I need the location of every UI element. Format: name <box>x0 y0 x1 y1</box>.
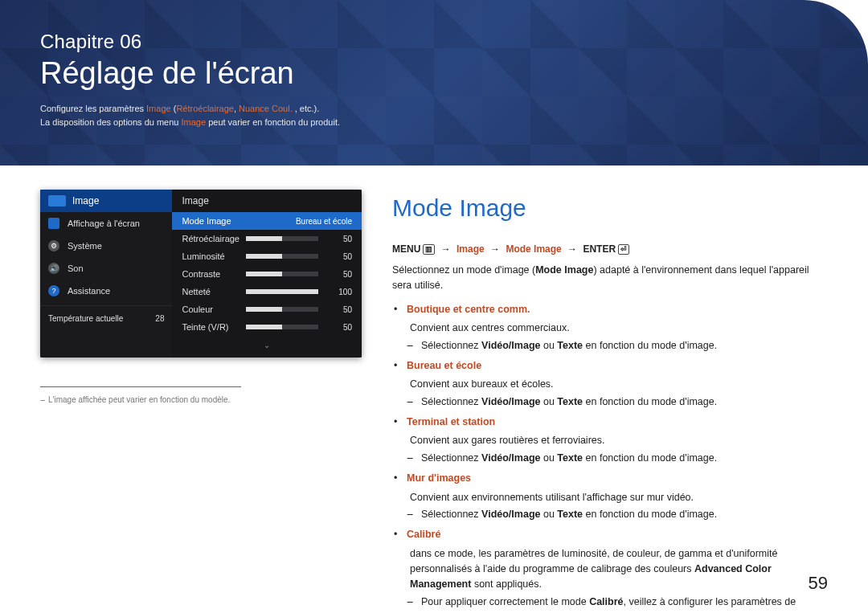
osd-temp-label: Température actuelle <box>48 314 123 323</box>
mode-name: Mur d'images <box>407 472 471 484</box>
osd-side-header: Image <box>40 190 172 212</box>
chapter-title: Réglage de l'écran <box>40 56 828 91</box>
mode-item: Mur d'imagesConvient aux environnements … <box>403 471 828 522</box>
osd-temp-value: 28 <box>155 314 164 323</box>
page-number: 59 <box>809 573 828 594</box>
mode-item: Bureau et écoleConvient aux bureaux et é… <box>403 358 828 410</box>
osd-panel-row: Couleur50 <box>172 300 362 318</box>
osd-panel-row: Rétroéclairage50 <box>172 230 362 247</box>
osd-panel-row: Luminosité50 <box>172 247 362 265</box>
osd-slider-track <box>246 272 318 276</box>
osd-row-label: Luminosité <box>182 251 240 261</box>
osd-row-value: Bureau et école <box>296 217 352 226</box>
square-icon <box>48 218 59 229</box>
osd-row-label: Contraste <box>182 269 240 279</box>
osd-side-item-label: Affichage à l'écran <box>68 219 140 228</box>
chapter-header-band: Chapitre 06 Réglage de l'écran Configure… <box>0 0 868 166</box>
footnote: ‒L'image affichée peut varier en fonctio… <box>40 395 362 404</box>
osd-side-header-label: Image <box>72 195 99 206</box>
osd-row-value: 50 <box>325 235 352 243</box>
osd-side-item-label: Système <box>68 241 102 251</box>
osd-panel-row: Mode ImageBureau et école <box>172 212 362 230</box>
enter-icon: ⏎ <box>618 244 629 255</box>
section-description: Sélectionnez un mode d'image (Mode Image… <box>392 263 828 294</box>
osd-slider-fill <box>246 254 282 259</box>
intro-red: Image <box>146 104 171 113</box>
osd-side-item: ⚙Système <box>40 235 172 257</box>
mode-sublist: Sélectionnez Vidéo/Image ou Texte en fon… <box>407 338 828 353</box>
osd-row-label: Rétroéclairage <box>182 234 240 243</box>
osd-panel-row: Netteté100 <box>172 283 362 300</box>
mode-sublist: Sélectionnez Vidéo/Image ou Texte en fon… <box>407 394 828 410</box>
mode-sublist: Pour appliquer correctement le mode Cali… <box>407 595 828 613</box>
osd-side-item: ?Assistance <box>40 280 172 302</box>
système-icon: ⚙ <box>48 240 59 251</box>
mode-name: Terminal et station <box>407 416 495 427</box>
image-icon <box>48 195 66 206</box>
mode-name: Boutique et centre comm. <box>407 304 530 315</box>
modes-list: Boutique et centre comm.Convient aux cen… <box>392 302 828 613</box>
osd-side-item: Affichage à l'écran <box>40 212 172 235</box>
mode-sublist: Sélectionnez Vidéo/Image ou Texte en fon… <box>407 507 828 522</box>
mode-item: Boutique et centre comm.Convient aux cen… <box>403 302 828 353</box>
osd-row-value: 100 <box>325 288 352 296</box>
chapter-intro: Configurez les paramètres Image (Rétroéc… <box>40 102 828 129</box>
osd-row-label: Netteté <box>182 287 240 296</box>
intro-text: Configurez les paramètres <box>40 104 146 113</box>
osd-slider-fill <box>246 307 282 312</box>
osd-row-value: 50 <box>325 305 352 314</box>
osd-slider-fill <box>246 325 282 329</box>
mode-item: Terminal et stationConvient aux gares ro… <box>403 415 828 466</box>
osd-slider-track <box>246 307 318 312</box>
footnote-rule <box>40 386 241 387</box>
son-icon: 🔊 <box>48 263 59 274</box>
osd-row-value: 50 <box>325 252 352 261</box>
mode-sub-item: Sélectionnez Vidéo/Image ou Texte en fon… <box>418 451 828 466</box>
osd-slider-track <box>246 254 318 259</box>
section-title: Mode Image <box>392 190 828 227</box>
mode-sub-item: Pour appliquer correctement le mode Cali… <box>418 595 828 613</box>
osd-temperature: Température actuelle 28 <box>40 305 172 333</box>
osd-more-indicator: ⌄ <box>172 336 362 358</box>
osd-slider-fill <box>246 236 282 241</box>
mode-name: Bureau et école <box>407 360 481 371</box>
osd-menu-screenshot: Image Affichage à l'écran⚙Système🔊Son?As… <box>40 190 362 358</box>
osd-row-value: 50 <box>325 323 352 332</box>
mode-name: Calibré <box>407 529 440 540</box>
osd-slider-track <box>246 325 318 329</box>
osd-slider-track <box>246 289 318 294</box>
osd-panel-header: Image <box>172 190 362 212</box>
osd-side-item-label: Assistance <box>68 286 110 296</box>
mode-item: Calibrédans ce mode, les paramètres de l… <box>403 527 828 613</box>
mode-sub-item: Sélectionnez Vidéo/Image ou Texte en fon… <box>418 394 828 410</box>
osd-slider-fill <box>246 289 318 294</box>
menu-icon: ▥ <box>423 244 435 255</box>
nav-path: MENU▥ → Image → Mode Image → ENTER⏎ <box>392 242 828 257</box>
mode-text: Convient aux environnements utilisant l'… <box>410 490 828 505</box>
osd-slider-fill <box>246 272 282 276</box>
osd-slider-track <box>246 236 318 241</box>
mode-text: Convient aux bureaux et écoles. <box>410 377 828 392</box>
osd-panel-row: Contraste50 <box>172 265 362 283</box>
osd-row-value: 50 <box>325 270 352 279</box>
mode-sub-item: Sélectionnez Vidéo/Image ou Texte en fon… <box>418 338 828 353</box>
osd-side-item: 🔊Son <box>40 257 172 280</box>
mode-sub-item: Sélectionnez Vidéo/Image ou Texte en fon… <box>418 507 828 522</box>
osd-side-item-label: Son <box>68 264 84 273</box>
mode-text: dans ce mode, les paramètres de luminosi… <box>410 546 828 593</box>
mode-text: Convient aux centres commerciaux. <box>410 321 828 336</box>
osd-panel-row: Teinte (V/R)50 <box>172 318 362 336</box>
osd-row-label: Couleur <box>182 304 240 314</box>
osd-row-label: Teinte (V/R) <box>182 322 240 332</box>
osd-row-label: Mode Image <box>182 216 295 226</box>
chapter-label: Chapitre 06 <box>40 31 828 53</box>
mode-text: Convient aux gares routières et ferrovia… <box>410 433 828 448</box>
mode-sublist: Sélectionnez Vidéo/Image ou Texte en fon… <box>407 451 828 466</box>
assistance-icon: ? <box>48 285 59 296</box>
